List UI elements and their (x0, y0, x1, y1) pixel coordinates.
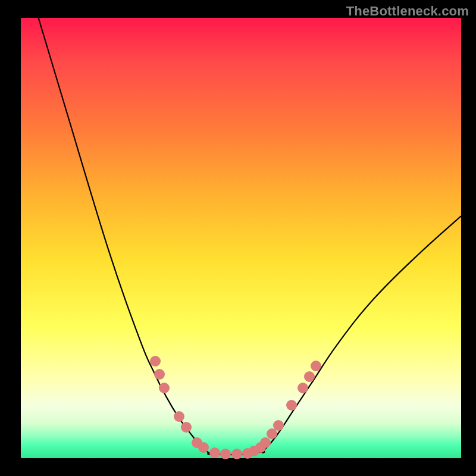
data-point (220, 449, 231, 459)
data-point (159, 383, 170, 393)
data-point (198, 442, 209, 453)
data-point (286, 400, 297, 411)
data-point (181, 422, 192, 433)
data-point (267, 428, 277, 439)
watermark-text: TheBottleneck.com (346, 4, 469, 19)
bottleneck-curve (39, 18, 461, 455)
data-point (150, 356, 161, 367)
data-point (154, 369, 165, 380)
data-point (260, 437, 271, 448)
curve-svg (21, 18, 461, 458)
data-point (231, 449, 242, 459)
data-point (209, 447, 220, 458)
plot-area (21, 18, 461, 458)
chart-container: TheBottleneck.com (0, 0, 476, 476)
data-point (298, 383, 308, 393)
data-point (273, 420, 284, 431)
data-point (311, 361, 321, 371)
data-point (304, 371, 315, 382)
data-point (174, 411, 184, 422)
